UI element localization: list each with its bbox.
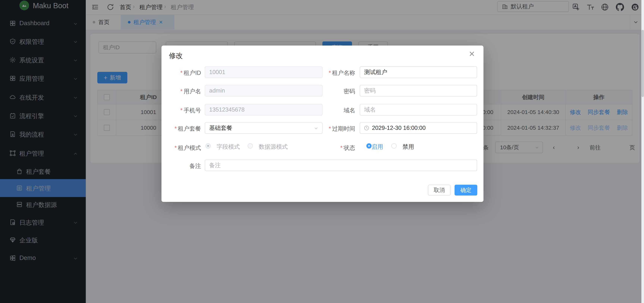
clock-icon <box>364 125 369 131</box>
status-enabled-radio[interactable] <box>366 143 372 149</box>
field-label: *租户套餐 <box>169 125 201 133</box>
username-input[interactable]: admin <box>205 85 322 97</box>
field-label: *租户名称 <box>324 69 355 77</box>
dialog-close-icon[interactable]: ✕ <box>469 50 475 58</box>
field-label: 密码 <box>324 88 355 95</box>
app-root: Maku Boot Dashboard 权限管理 系统设置 应用管理 在线开发 <box>0 0 644 303</box>
mode-datasource-radio[interactable] <box>248 143 253 149</box>
field-label: *租户ID <box>169 69 201 77</box>
mode-field-radio[interactable] <box>206 143 211 149</box>
field-label: *租户模式 <box>169 144 201 152</box>
tenant-package-select[interactable]: 基础套餐 <box>205 122 322 134</box>
remark-input[interactable]: 备注 <box>205 160 477 171</box>
mode-datasource-label: 数据源模式 <box>259 143 288 151</box>
cancel-button[interactable]: 取消 <box>428 185 451 195</box>
dialog-title: 修改 <box>169 51 183 61</box>
status-disabled-label: 禁用 <box>402 143 414 151</box>
mode-field-label: 字段模式 <box>217 143 240 151</box>
tenant-id-input[interactable]: 10001 <box>205 66 322 78</box>
password-input[interactable]: 密码 <box>360 85 477 97</box>
edit-dialog: 修改 ✕ *租户ID 10001 *租户名称 测试租户 *用户名 admin 密… <box>162 46 484 202</box>
confirm-button[interactable]: 确定 <box>454 185 477 195</box>
domain-input[interactable]: 域名 <box>360 104 477 116</box>
expire-time-input[interactable]: 2029-12-30 16:00:00 <box>360 122 477 134</box>
field-label: *手机号 <box>169 107 201 114</box>
chevron-down-icon <box>314 126 318 131</box>
tenant-name-input[interactable]: 测试租户 <box>360 66 477 78</box>
field-label: 备注 <box>169 162 201 170</box>
field-label: *状态 <box>324 144 355 152</box>
status-enabled-label: 启用 <box>372 143 383 151</box>
scrollbar-thumb[interactable] <box>642 30 644 97</box>
status-disabled-radio[interactable] <box>391 143 396 149</box>
field-label: 域名 <box>324 107 355 114</box>
mobile-input[interactable]: 13512345678 <box>205 104 322 116</box>
field-label: *过期时间 <box>324 125 355 133</box>
scrollbar-track[interactable] <box>642 0 644 303</box>
field-label: *用户名 <box>169 88 201 95</box>
